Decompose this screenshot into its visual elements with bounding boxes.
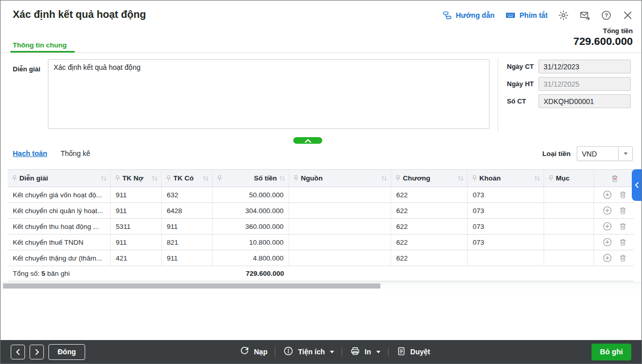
cell-r1-c3[interactable]: 304.000.000 bbox=[213, 203, 289, 218]
cell-r1-c0[interactable]: Kết chuyển chi quản lý hoạt... bbox=[8, 203, 111, 218]
delete-all-icon[interactable] bbox=[610, 174, 619, 183]
delete-row-icon[interactable] bbox=[619, 222, 627, 231]
add-row-icon[interactable] bbox=[603, 253, 612, 263]
header-cell-3[interactable]: Số tiền bbox=[213, 170, 289, 187]
cell-r2-c2[interactable]: 911 bbox=[162, 219, 213, 234]
prev-record-button[interactable] bbox=[11, 345, 25, 359]
header-cell-1[interactable]: TK Nợ bbox=[111, 170, 162, 187]
header-cell-0[interactable]: Diễn giải bbox=[8, 170, 111, 187]
next-record-button[interactable] bbox=[30, 345, 44, 359]
cell-r2-c4[interactable] bbox=[289, 219, 391, 234]
close-icon[interactable] bbox=[622, 10, 633, 21]
cell-r3-c2[interactable]: 821 bbox=[162, 235, 213, 250]
scrollbar-thumb[interactable] bbox=[3, 283, 380, 289]
help-icon[interactable]: ? bbox=[601, 10, 612, 21]
settings-gear-icon[interactable] bbox=[558, 10, 569, 21]
cell-r0-c6[interactable]: 073 bbox=[468, 187, 544, 202]
reload-button[interactable]: Nạp bbox=[239, 346, 267, 358]
approve-button[interactable]: Duyệt bbox=[396, 346, 430, 358]
cell-r0-c1[interactable]: 911 bbox=[111, 187, 162, 202]
sort-icon[interactable] bbox=[279, 175, 286, 181]
add-row-icon[interactable] bbox=[603, 190, 612, 199]
pin-icon[interactable] bbox=[293, 175, 299, 181]
cell-r2-c7[interactable] bbox=[544, 219, 594, 234]
table-row[interactable]: Kết chuyển giá vốn hoạt độ...91163250.00… bbox=[8, 187, 634, 203]
cell-r4-c2[interactable]: 911 bbox=[162, 250, 213, 266]
pin-icon[interactable] bbox=[12, 175, 17, 181]
expand-side-panel-button[interactable] bbox=[632, 169, 641, 201]
cell-r0-c4[interactable] bbox=[289, 187, 391, 202]
pin-icon[interactable] bbox=[115, 175, 120, 181]
delete-row-icon[interactable] bbox=[619, 238, 627, 247]
guide-link[interactable]: Hướng dẫn bbox=[442, 10, 495, 20]
send-mail-icon[interactable] bbox=[579, 10, 590, 21]
cell-r1-c1[interactable]: 911 bbox=[111, 203, 162, 218]
table-row[interactable]: Kết chuyển thuế TNDN91182110.800.0006220… bbox=[8, 235, 634, 250]
cell-r0-c5[interactable]: 622 bbox=[391, 187, 468, 202]
cell-r0-c3[interactable]: 50.000.000 bbox=[213, 187, 289, 202]
sort-icon[interactable] bbox=[151, 175, 158, 181]
cell-r2-c3[interactable]: 360.000.000 bbox=[213, 219, 289, 234]
tab-accounting[interactable]: Hạch toán bbox=[13, 149, 47, 158]
sort-icon[interactable] bbox=[381, 175, 388, 181]
ngay-ct-input[interactable]: 31/12/2023 bbox=[538, 60, 631, 73]
close-button[interactable]: Đóng bbox=[48, 344, 85, 360]
cell-r4-c1[interactable]: 421 bbox=[111, 250, 162, 266]
pin-icon[interactable] bbox=[395, 175, 401, 181]
delete-row-icon[interactable] bbox=[619, 253, 627, 263]
cell-r4-c0[interactable]: Kết chuyển thặng dư (thâm... bbox=[8, 250, 111, 266]
ngay-ht-input[interactable]: 31/12/2025 bbox=[538, 77, 631, 91]
header-cell-5[interactable]: Chương bbox=[391, 170, 468, 187]
cell-r0-c7[interactable] bbox=[544, 187, 594, 202]
cell-r3-c5[interactable]: 622 bbox=[391, 235, 468, 250]
header-cell-6[interactable]: Khoản bbox=[468, 170, 544, 187]
sort-icon[interactable] bbox=[202, 175, 209, 181]
unpost-button[interactable]: Bỏ ghi bbox=[592, 344, 631, 360]
cell-r4-c7[interactable] bbox=[544, 250, 594, 266]
cell-r3-c3[interactable]: 10.800.000 bbox=[213, 235, 289, 250]
cell-r2-c0[interactable]: Kết chuyển thu hoạt động ... bbox=[8, 219, 111, 234]
add-row-icon[interactable] bbox=[603, 222, 612, 231]
cell-r0-c0[interactable]: Kết chuyển giá vốn hoạt độ... bbox=[8, 187, 111, 202]
utilities-button[interactable]: Tiện ích bbox=[283, 346, 334, 358]
cell-r3-c6[interactable]: 073 bbox=[468, 235, 544, 250]
cell-r1-c2[interactable]: 6428 bbox=[162, 203, 213, 218]
cell-r4-c3[interactable]: 4.800.000 bbox=[213, 250, 289, 266]
sort-icon[interactable] bbox=[534, 175, 541, 181]
cell-r1-c5[interactable]: 622 bbox=[391, 203, 468, 218]
tab-general-info[interactable]: Thông tin chung bbox=[13, 41, 67, 49]
cell-r2-c1[interactable]: 5311 bbox=[111, 219, 162, 234]
add-row-icon[interactable] bbox=[603, 238, 612, 247]
table-row[interactable]: Kết chuyển chi quản lý hoạt...9116428304… bbox=[8, 203, 634, 219]
shortcut-link[interactable]: Phím tắt bbox=[505, 10, 548, 21]
pin-icon[interactable] bbox=[548, 175, 554, 181]
table-row[interactable]: Kết chuyển thặng dư (thâm...4219114.800.… bbox=[8, 250, 634, 266]
cell-r2-c6[interactable]: 073 bbox=[468, 219, 544, 234]
delete-row-icon[interactable] bbox=[619, 206, 627, 215]
pin-icon[interactable] bbox=[166, 175, 171, 181]
cell-r4-c5[interactable]: 622 bbox=[391, 250, 468, 266]
so-ct-input[interactable]: XDKQHD00001 bbox=[538, 94, 631, 108]
currency-select[interactable]: VND bbox=[577, 146, 633, 161]
cell-r2-c5[interactable]: 622 bbox=[391, 219, 468, 234]
collapse-form-button[interactable] bbox=[293, 137, 322, 144]
cell-r3-c0[interactable]: Kết chuyển thuế TNDN bbox=[8, 235, 111, 250]
cell-r0-c2[interactable]: 632 bbox=[162, 187, 213, 202]
cell-r3-c1[interactable]: 911 bbox=[111, 235, 162, 250]
cell-r1-c4[interactable] bbox=[289, 203, 391, 218]
pin-icon[interactable] bbox=[472, 175, 477, 181]
delete-row-icon[interactable] bbox=[619, 190, 627, 199]
cell-r1-c7[interactable] bbox=[544, 203, 594, 218]
header-cell-7[interactable]: Mục bbox=[544, 170, 594, 187]
sort-icon[interactable] bbox=[100, 175, 107, 181]
sort-icon[interactable] bbox=[457, 175, 464, 181]
cell-r4-c6[interactable] bbox=[468, 250, 544, 266]
tab-statistics[interactable]: Thống kê bbox=[61, 149, 90, 158]
horizontal-scrollbar[interactable] bbox=[1, 282, 641, 289]
header-cell-2[interactable]: TK Có bbox=[162, 170, 213, 187]
description-textarea[interactable]: Xác định kết quả hoạt động bbox=[48, 59, 490, 129]
print-button[interactable]: In bbox=[350, 346, 380, 358]
cell-r1-c6[interactable]: 073 bbox=[468, 203, 544, 218]
pin-icon[interactable] bbox=[217, 175, 222, 181]
cell-r4-c4[interactable] bbox=[289, 250, 391, 266]
